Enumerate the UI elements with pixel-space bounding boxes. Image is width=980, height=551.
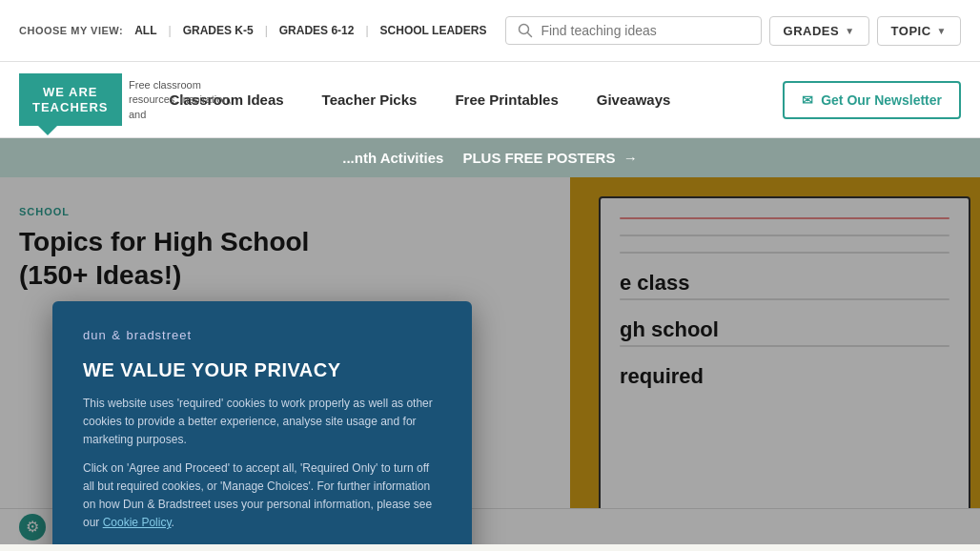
envelope-icon: ✉ bbox=[802, 92, 813, 108]
grades-dropdown[interactable]: GRADES ▼ bbox=[769, 16, 869, 46]
view-link-school[interactable]: SCHOOL LEADERS bbox=[380, 24, 487, 37]
logo-tooltip: Free classroom resources, inspiration, a… bbox=[129, 78, 243, 122]
topic-dropdown[interactable]: TOPIC ▼ bbox=[877, 16, 961, 46]
nav-link-giveaways[interactable]: Giveaways bbox=[578, 62, 690, 138]
db-logo: dun & bradstreet bbox=[83, 328, 441, 342]
chevron-down-icon: ▼ bbox=[937, 26, 947, 36]
chevron-down-icon: ▼ bbox=[845, 26, 854, 36]
privacy-para-1: This website uses 'required' cookies to … bbox=[83, 395, 441, 450]
search-input-wrap bbox=[505, 16, 761, 45]
top-bar: CHOOSE MY VIEW: ALL | GRADES K-5 | GRADE… bbox=[0, 0, 980, 62]
main-content: SCHOOL Topics for High School (150+ Idea… bbox=[0, 177, 980, 544]
view-link-all[interactable]: ALL bbox=[134, 24, 156, 37]
logo-wrap: WE ARE TEACHERS Free classroom resources… bbox=[19, 73, 122, 126]
site-logo[interactable]: WE ARE TEACHERS bbox=[19, 73, 122, 126]
privacy-modal: dun & bradstreet WE VALUE YOUR PRIVACY T… bbox=[52, 301, 472, 544]
newsletter-button[interactable]: ✉ Get Our Newsletter bbox=[783, 81, 961, 119]
svg-line-1 bbox=[528, 33, 532, 37]
main-nav: Classroom Ideas Teacher Picks Free Print… bbox=[151, 62, 784, 138]
cookie-policy-link[interactable]: Cookie Policy bbox=[103, 516, 172, 529]
view-label: CHOOSE MY VIEW: bbox=[19, 25, 123, 36]
view-link-k5[interactable]: GRADES K-5 bbox=[183, 24, 254, 37]
search-icon bbox=[518, 23, 533, 38]
view-chooser: CHOOSE MY VIEW: ALL | GRADES K-5 | GRADE… bbox=[19, 24, 486, 37]
view-link-612[interactable]: GRADES 6-12 bbox=[279, 24, 355, 37]
banner-cta[interactable]: PLUS FREE POSTERS → bbox=[462, 150, 637, 166]
banner-text: ...nth Activities bbox=[342, 150, 443, 166]
privacy-overlay: dun & bradstreet WE VALUE YOUR PRIVACY T… bbox=[0, 177, 980, 544]
privacy-title: WE VALUE YOUR PRIVACY bbox=[83, 359, 441, 381]
privacy-para-2: Click on 'Agree and Proceed' to accept a… bbox=[83, 459, 441, 533]
nav-bar: WE ARE TEACHERS Free classroom resources… bbox=[0, 62, 980, 138]
promo-banner: ...nth Activities PLUS FREE POSTERS → bbox=[0, 138, 980, 177]
nav-link-free-printables[interactable]: Free Printables bbox=[436, 62, 577, 138]
nav-link-teacher-picks[interactable]: Teacher Picks bbox=[303, 62, 437, 138]
search-input[interactable] bbox=[541, 23, 748, 38]
search-bar: GRADES ▼ TOPIC ▼ bbox=[505, 16, 961, 46]
